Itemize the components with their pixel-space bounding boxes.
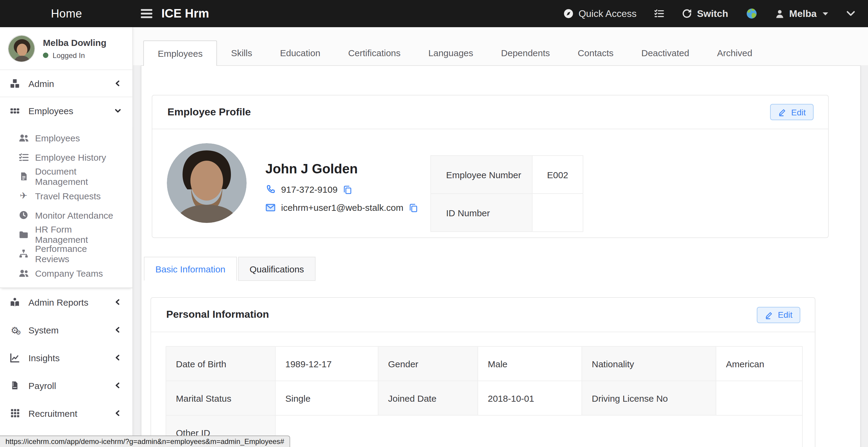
clock-icon [18,210,29,220]
switch-label: Switch [697,8,728,19]
menu-toggle-icon[interactable] [141,9,152,18]
sidebar-subitem-monitor-attendance[interactable]: Monitor Attendance [0,205,132,225]
language-button[interactable] [746,8,757,19]
tab-employees[interactable]: Employees [143,40,217,66]
grid-icon [9,106,21,116]
employee-email-row: icehrm+user1@web-stalk.com [266,202,418,213]
personal-information-table: Date of Birth 1989-12-17 Gender Male Nat… [166,346,803,447]
topbar: Home ICE Hrm Quick Access [0,0,868,27]
tab-dependents[interactable]: Dependents [487,40,564,65]
tab-archived[interactable]: Archived [703,40,766,65]
checklist-icon [654,8,664,19]
icehrm-app: Home ICE Hrm Quick Access [0,0,868,447]
personal-information-card: Personal Information Edit Date of Birth … [151,297,815,447]
tab-qualifications[interactable]: Qualifications [238,257,315,281]
field-value: Single [275,381,378,415]
sidebar-item-label: Employees [28,106,73,116]
phone-icon [266,184,276,194]
tab-panel: Employee Profile Edit [141,65,861,447]
cubes-icon [9,78,21,89]
sidebar-subitem-label: Document Management [35,166,123,187]
chevron-down-icon [112,107,123,114]
edit-profile-button[interactable]: Edit [770,104,814,120]
tab-education[interactable]: Education [266,40,334,65]
list-check-icon [18,152,29,162]
chevron-left-icon [112,298,123,306]
sidebar-item-label: System [28,325,59,335]
sidebar-item-label: Admin Reports [28,297,88,307]
sidebar-item-admin-reports[interactable]: Admin Reports [0,288,132,316]
chevron-left-icon [112,410,123,417]
switch-icon [682,8,692,19]
tab-contacts[interactable]: Contacts [564,40,627,65]
sidebar-subitem-label: HR Form Management [35,224,123,245]
sidebar-subitem-label: Performance Reviews [35,244,123,264]
sidebar-subitem-company-teams[interactable]: Company Teams [0,263,132,283]
folder-icon [18,229,29,239]
topbar-actions: Quick Access Switch [563,8,868,19]
tab-skills[interactable]: Skills [217,40,266,65]
sidebar-subitem-label: Company Teams [35,268,103,278]
tab-deactivated[interactable]: Deactivated [627,40,703,65]
tab-certifications[interactable]: Certifications [334,40,414,65]
sidebar-subitem-employee-history[interactable]: Employee History [0,148,132,167]
field-value: American [716,346,802,381]
sidebar-item-employees[interactable]: Employees [0,97,132,124]
home-link[interactable]: Home [0,7,133,20]
tab-basic-information[interactable]: Basic Information [144,257,237,281]
collapse-topbar-button[interactable] [846,8,856,19]
copy-icon[interactable] [409,203,418,212]
sidebar-subitem-performance-reviews[interactable]: Performance Reviews [0,244,132,263]
chart-line-icon [9,352,21,363]
sitemap-icon [18,249,29,259]
main-content: Employees Skills Education Certification… [133,27,868,447]
edit-personal-information-button[interactable]: Edit [757,307,800,323]
quick-access-button[interactable]: Quick Access [563,8,637,19]
sidebar-item-system[interactable]: ⚙ ⚙ System [0,316,132,344]
sidebar-subitem-label: Travel Requests [35,191,101,201]
user-menu[interactable]: Melba [775,8,828,19]
people-icon [18,133,29,143]
sidebar-item-payroll[interactable]: Payroll [0,372,132,399]
sidebar-subitem-hr-form-management[interactable]: HR Form Management [0,225,132,244]
employee-photo [167,143,247,223]
employee-phone-row: 917-372-9109 [266,184,418,194]
edit-label: Edit [791,107,806,117]
pencil-icon [765,310,774,319]
sidebar: Melba Dowling Logged In Admin [0,27,133,447]
sidebar-item-admin[interactable]: Admin [0,70,132,97]
sidebar-subitem-label: Employee History [35,152,106,162]
sidebar-item-insights[interactable]: Insights [0,344,132,372]
sidebar-subitem-employees[interactable]: Employees [0,128,132,148]
user-name-label: Melba [789,8,817,19]
edit-label: Edit [778,310,793,320]
switch-user-button[interactable]: Switch [682,8,728,19]
module-tabs: Employees Skills Education Certification… [133,27,868,65]
sidebar-item-label: Payroll [28,380,56,390]
tab-languages[interactable]: Languages [414,40,487,65]
employee-phone[interactable]: 917-372-9109 [281,184,338,194]
field-label: ID Number [431,194,532,232]
field-value: 2018-10-01 [478,381,582,415]
compass-icon [563,8,574,19]
globe-icon [746,8,757,19]
sidebar-subitem-document-management[interactable]: Document Management [0,167,132,186]
sidebar-item-recruitment[interactable]: Recruitment [0,399,132,427]
copy-icon[interactable] [343,185,353,194]
field-value: 1989-12-17 [275,346,378,381]
field-label: Driving License No [582,381,716,415]
tasks-button[interactable] [654,8,664,19]
employees-submenu: Employees Employee History Document Mana… [0,124,132,288]
chevron-left-icon [112,354,123,361]
document-icon [18,171,29,181]
employee-profile-title: Employee Profile [167,106,251,118]
app-title: ICE Hrm [161,7,209,21]
employee-email[interactable]: icehrm+user1@web-stalk.com [281,202,403,213]
sidebar-item-label: Insights [28,352,60,363]
sidebar-lower-nav: Admin Reports ⚙ ⚙ System [0,288,132,447]
sidebar-subitem-travel-requests[interactable]: ✈ Travel Requests [0,186,132,205]
people-icon [18,268,29,278]
user-icon [775,9,784,19]
sidebar-nav: Admin Employees Emplo [0,70,132,447]
table-row: Marital Status Single Joined Date 2018-1… [166,381,802,415]
